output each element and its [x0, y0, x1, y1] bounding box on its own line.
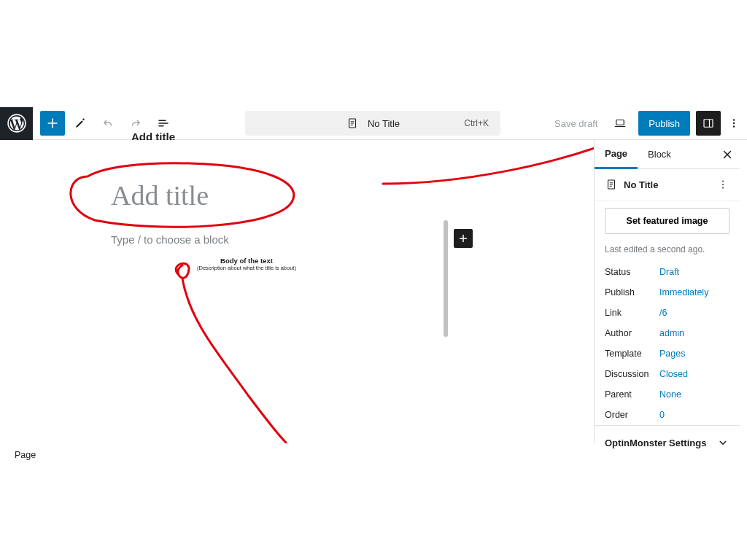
set-featured-image-button[interactable]: Set featured image: [605, 208, 729, 234]
meta-row-discussion[interactable]: DiscussionClosed: [595, 364, 740, 384]
close-icon: [721, 148, 734, 161]
more-vertical-icon: [727, 117, 740, 130]
svg-point-5: [733, 122, 735, 124]
tab-page[interactable]: Page: [595, 140, 638, 169]
sidebar-doc-row[interactable]: No Title: [595, 169, 740, 201]
meta-row-link[interactable]: Link/6: [595, 303, 740, 323]
footer-breadcrumb[interactable]: Page: [15, 450, 36, 460]
page-icon: [605, 178, 618, 191]
meta-row-parent[interactable]: ParentNone: [595, 384, 740, 405]
svg-point-4: [733, 119, 735, 120]
meta-row-order[interactable]: Order0: [595, 405, 740, 425]
svg-rect-3: [704, 120, 713, 128]
chevron-down-icon: [716, 436, 729, 449]
editor-canvas[interactable]: Add title Type / to choose a block Body …: [7, 140, 594, 443]
block-placeholder[interactable]: Type / to choose a block: [111, 233, 229, 246]
plus-icon: [457, 232, 470, 245]
ink-arrow-body: [153, 257, 314, 443]
sidebar-icon: [702, 117, 715, 130]
page-icon: [346, 117, 359, 130]
page-meta-list: StatusDraft PublishImmediately Link/6 Au…: [595, 262, 740, 425]
settings-sidebar: Page Block No Title Set featured image L…: [594, 140, 740, 443]
main-area: Add title Type / to choose a block Body …: [7, 140, 740, 443]
last-edited-text: Last edited a second ago.: [595, 241, 740, 262]
meta-row-author[interactable]: Authoradmin: [595, 323, 740, 343]
add-block-button[interactable]: [40, 111, 65, 136]
more-vertical-icon: [716, 178, 729, 191]
command-bar-shortcut: Ctrl+K: [464, 118, 489, 128]
pencil-icon: [74, 117, 87, 130]
svg-rect-2: [616, 120, 624, 125]
meta-row-status[interactable]: StatusDraft: [595, 262, 740, 282]
settings-toggle-button[interactable]: [696, 111, 721, 136]
wordpress-icon: [7, 114, 26, 133]
save-draft-button[interactable]: Save draft: [547, 118, 605, 129]
tab-block[interactable]: Block: [638, 140, 681, 169]
meta-row-publish[interactable]: PublishImmediately: [595, 282, 740, 303]
plus-icon: [45, 116, 60, 131]
add-block-inline-button[interactable]: [454, 229, 473, 248]
undo-icon: [101, 117, 115, 130]
annotation-body: Body of the text (Description about what…: [197, 257, 296, 271]
post-title-input[interactable]: Add title: [111, 179, 209, 211]
svg-point-8: [722, 180, 724, 182]
command-bar[interactable]: No Title Ctrl+K: [245, 111, 500, 136]
command-bar-title: No Title: [368, 118, 400, 129]
svg-point-10: [722, 187, 724, 188]
optinmonster-panel[interactable]: OptinMonster Settings: [595, 425, 740, 459]
blank-region: [0, 0, 747, 107]
sidebar-tabs: Page Block: [595, 140, 740, 169]
preview-button[interactable]: [608, 111, 632, 136]
sidebar-doc-more[interactable]: [716, 178, 729, 191]
meta-row-template[interactable]: TemplatePages: [595, 343, 740, 364]
svg-point-6: [733, 125, 735, 127]
vertical-scrollbar[interactable]: [444, 140, 448, 443]
redo-icon: [129, 117, 142, 130]
list-icon: [157, 117, 170, 130]
laptop-icon: [614, 117, 627, 130]
close-sidebar-button[interactable]: [721, 148, 734, 161]
svg-point-9: [722, 184, 724, 185]
publish-button[interactable]: Publish: [638, 111, 690, 136]
options-button[interactable]: [724, 111, 744, 136]
ink-arrow-publish: [372, 140, 594, 198]
sidebar-doc-title: No Title: [624, 179, 658, 190]
wp-logo[interactable]: [0, 107, 33, 140]
